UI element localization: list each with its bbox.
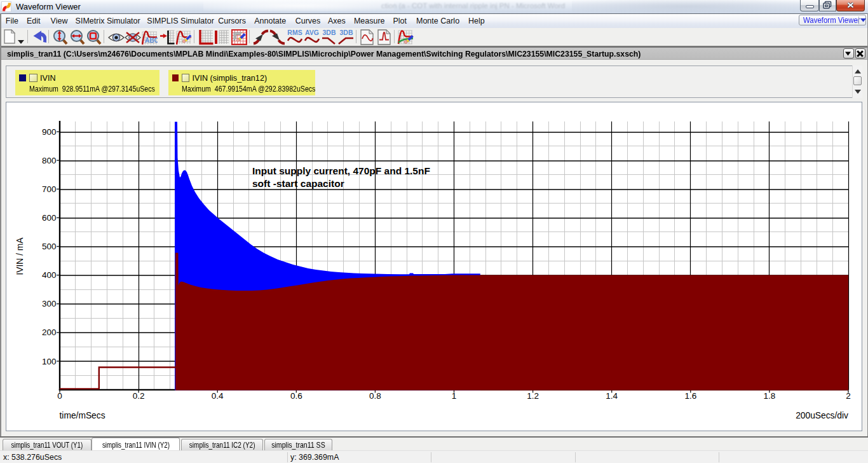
svg-text:400: 400: [42, 270, 57, 280]
svg-text:1.8: 1.8: [764, 391, 776, 401]
svg-text:300: 300: [42, 299, 57, 308]
svg-text:0.4: 0.4: [212, 391, 224, 401]
svg-text:1.4: 1.4: [606, 391, 618, 401]
svg-text:1: 1: [452, 391, 457, 401]
svg-text:1.2: 1.2: [527, 391, 539, 401]
svg-text:0: 0: [57, 391, 62, 401]
svg-text:500: 500: [42, 242, 57, 251]
svg-text:0.6: 0.6: [290, 391, 302, 401]
svg-text:time/mSecs: time/mSecs: [60, 411, 105, 420]
svg-text:600: 600: [42, 213, 57, 223]
svg-text:800: 800: [42, 156, 57, 165]
svg-text:Input supply current, 470pF an: Input supply current, 470pF and 1.5nF: [252, 165, 430, 176]
svg-text:200: 200: [42, 328, 57, 337]
svg-text:2: 2: [846, 391, 851, 401]
svg-text:soft -start capacitor: soft -start capacitor: [252, 178, 344, 189]
svg-text:900: 900: [42, 127, 57, 137]
svg-text:IVIN / mA: IVIN / mA: [15, 237, 25, 275]
svg-text:0.2: 0.2: [133, 391, 145, 401]
svg-text:100: 100: [42, 357, 57, 366]
svg-text:1.6: 1.6: [684, 391, 696, 401]
svg-text:700: 700: [42, 184, 57, 194]
svg-text:200uSecs/div: 200uSecs/div: [796, 411, 848, 420]
svg-text:0.8: 0.8: [369, 391, 381, 401]
